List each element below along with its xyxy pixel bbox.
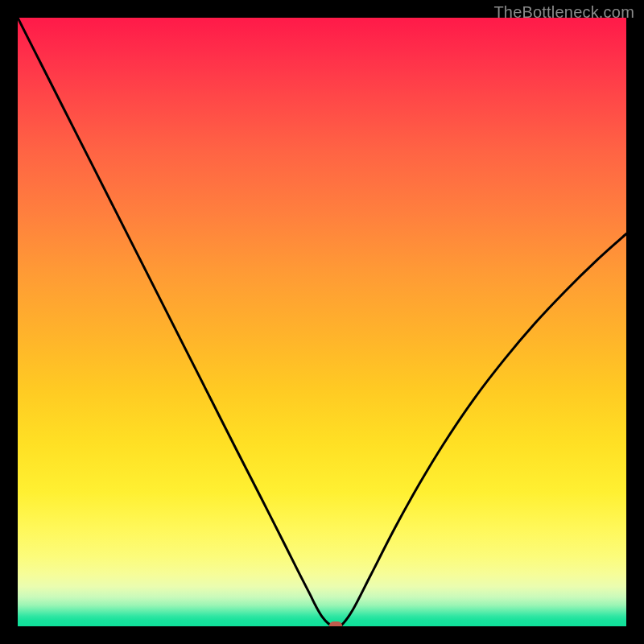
chart-frame: TheBottleneck.com — [0, 0, 644, 644]
optimal-point-marker — [329, 621, 342, 626]
watermark-text: TheBottleneck.com — [493, 3, 634, 22]
bottleneck-curve — [18, 18, 626, 626]
plot-area — [18, 18, 626, 626]
